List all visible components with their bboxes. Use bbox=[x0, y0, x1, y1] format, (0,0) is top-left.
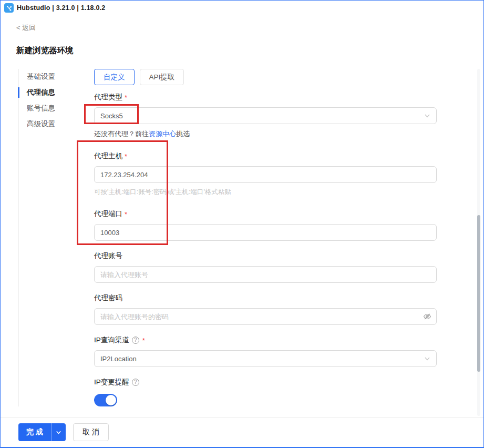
proxy-form: 自定义 API提取 代理类型 * Socks5 还没有代理？前往资源中心挑选 代… bbox=[94, 69, 437, 406]
titlebar: Hubstudio | 3.21.0 | 1.18.0.2 bbox=[1, 1, 483, 15]
tab-api-extract[interactable]: API提取 bbox=[140, 69, 184, 85]
proxy-mode-tabs: 自定义 API提取 bbox=[94, 69, 437, 85]
proxy-type-select[interactable]: Socks5 bbox=[94, 107, 437, 124]
scrollbar-track[interactable] bbox=[477, 69, 480, 416]
help-question-icon[interactable] bbox=[132, 337, 139, 344]
confirm-button[interactable]: 完 成 bbox=[18, 423, 51, 441]
window-title: Hubstudio | 3.21.0 | 1.18.0.2 bbox=[17, 4, 105, 12]
required-asterisk: * bbox=[125, 94, 127, 101]
main-content: 基础设置 代理信息 账号信息 高级设置 自定义 API提取 代理类型 * Soc… bbox=[1, 69, 483, 406]
resource-center-link[interactable]: 资源中心 bbox=[149, 130, 176, 138]
proxy-password-input[interactable] bbox=[94, 308, 437, 325]
ip-channel-select[interactable]: IP2Location bbox=[94, 350, 437, 367]
tab-custom[interactable]: 自定义 bbox=[94, 69, 135, 85]
password-visibility-icon[interactable] bbox=[423, 312, 431, 321]
chevron-down-icon bbox=[424, 113, 430, 119]
sidebar-item-proxy-info[interactable]: 代理信息 bbox=[19, 85, 79, 100]
app-window: Hubstudio | 3.21.0 | 1.18.0.2 < 返回 新建浏览器… bbox=[0, 0, 484, 448]
proxy-type-value: Socks5 bbox=[100, 112, 123, 120]
proxy-account-input[interactable] bbox=[94, 266, 437, 283]
proxy-type-label: 代理类型 * bbox=[94, 93, 437, 102]
proxy-account-label: 代理账号 bbox=[94, 251, 437, 261]
proxy-port-label: 代理端口 * bbox=[94, 209, 437, 219]
confirm-dropdown-button[interactable] bbox=[51, 423, 66, 441]
required-asterisk: * bbox=[142, 337, 145, 344]
sidebar-menu: 基础设置 代理信息 账号信息 高级设置 bbox=[18, 69, 79, 406]
sidebar-item-account-info[interactable]: 账号信息 bbox=[19, 100, 79, 116]
proxy-password-label: 代理密码 bbox=[94, 293, 437, 303]
scrollbar-thumb[interactable] bbox=[477, 215, 480, 372]
footer-bar: 完 成 取 消 bbox=[1, 417, 483, 447]
required-asterisk: * bbox=[125, 152, 127, 160]
ip-change-reminder-toggle[interactable] bbox=[94, 394, 117, 406]
ip-channel-value: IP2Location bbox=[100, 355, 137, 363]
no-proxy-hint: 还没有代理？前往资源中心挑选 bbox=[94, 129, 437, 139]
proxy-host-label: 代理主机 * bbox=[94, 151, 437, 161]
page-title: 新建浏览器环境 bbox=[16, 45, 483, 56]
app-logo-icon bbox=[4, 3, 14, 13]
help-question-icon[interactable] bbox=[132, 379, 139, 386]
required-asterisk: * bbox=[125, 210, 127, 218]
proxy-password-wrap bbox=[94, 308, 437, 325]
proxy-host-input[interactable] bbox=[94, 166, 437, 183]
proxy-port-input[interactable] bbox=[94, 224, 437, 241]
back-link[interactable]: < 返回 bbox=[16, 23, 36, 33]
ip-change-reminder-label: IP变更提醒 bbox=[94, 378, 437, 387]
toggle-knob bbox=[106, 395, 116, 405]
ip-channel-label: IP查询渠道 * bbox=[94, 335, 437, 345]
confirm-split-button: 完 成 bbox=[18, 423, 66, 441]
paste-format-help: 可按'主机:端口:账号:密码'或'主机:端口'格式粘贴 bbox=[94, 188, 437, 197]
sidebar-item-basic-settings[interactable]: 基础设置 bbox=[19, 69, 79, 85]
chevron-down-icon bbox=[424, 355, 430, 362]
cancel-button[interactable]: 取 消 bbox=[73, 423, 109, 441]
sidebar-item-advanced-settings[interactable]: 高级设置 bbox=[19, 116, 79, 132]
